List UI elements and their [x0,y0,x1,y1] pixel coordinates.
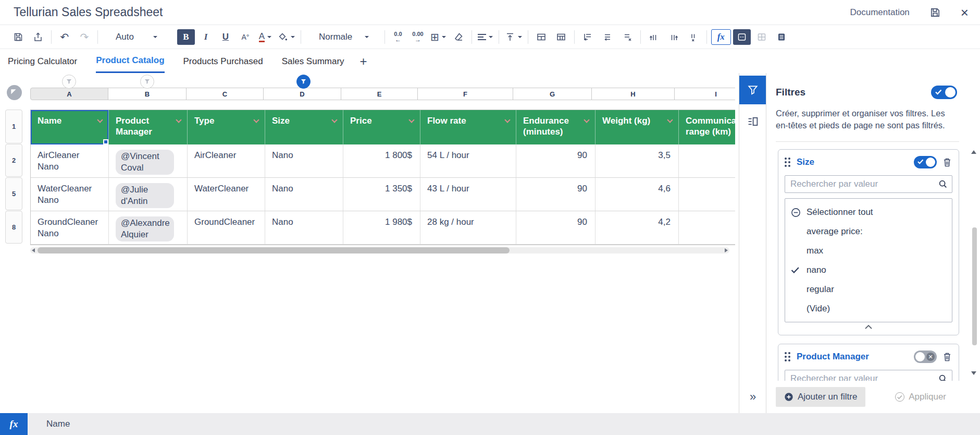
cell-b8[interactable]: @Alexandre Alquier [109,211,188,245]
header-cell-product-manager[interactable]: Product Manager [109,110,188,144]
column-letter-i[interactable]: I [674,88,735,100]
header-cell-endurance-minutes[interactable]: Endurance (minutes) [516,110,596,144]
filter-option-vide[interactable]: (Vide) [785,299,952,319]
cell-f2[interactable]: 54 L / hour [420,144,516,178]
scroll-left-arrow[interactable] [32,248,35,252]
column-letter-f[interactable]: F [417,88,513,100]
undo-button[interactable]: ↶ [56,29,73,45]
delete-filter-icon[interactable] [942,352,952,362]
insert-row-below-button[interactable] [599,29,616,45]
vertical-align-button[interactable] [503,29,524,45]
document-title[interactable]: Tellurian Sales Spreadsheet [14,5,163,19]
format-panel-button[interactable] [739,111,766,132]
tab-sales-summary[interactable]: Sales Summary [282,50,344,73]
bold-button[interactable]: B [177,29,195,45]
filters-master-toggle[interactable] [931,86,957,99]
row-number-2[interactable]: 2 [5,144,22,177]
drag-handle-icon[interactable] [785,352,790,361]
borders-button[interactable]: ⊞ [429,29,448,45]
cell-b2[interactable]: @Vincent Coval [109,144,188,178]
header-cell-weight-kg[interactable]: Weight (kg) [596,110,679,144]
cell-a2[interactable]: AirCleaner Nano [31,144,109,178]
cell-g2[interactable]: 90 [516,144,596,178]
scroll-right-arrow[interactable] [725,248,728,252]
column-filter-icon-b[interactable] [140,75,154,89]
cell-e5[interactable]: 1 350$ [343,178,420,211]
cell-d2[interactable]: Nano [265,144,343,178]
column-letter-d[interactable]: D [263,88,341,100]
table-template-button[interactable] [552,29,570,45]
header-cell-size[interactable]: Size [265,110,343,144]
save-button[interactable] [9,29,27,45]
panel-scroll-down-arrow[interactable] [971,371,976,375]
cell-a8[interactable]: GroundCleaner Nano [31,211,109,245]
filter-option-nano[interactable]: nano [785,261,952,280]
insert-function-button[interactable]: fx [711,29,731,45]
cell-a5[interactable]: WaterCleaner Nano [31,178,109,211]
number-format-dropdown[interactable]: Normale [314,29,372,45]
header-cell-communication-range-km[interactable]: Communication range (km) [679,110,735,144]
insert-row-above-button[interactable] [579,29,597,45]
cell-e2[interactable]: 1 800$ [343,144,420,178]
cell-c5[interactable]: WaterCleaner [188,178,265,211]
cell-f5[interactable]: 43 L / hour [420,178,516,211]
cell-h8[interactable]: 4,2 [596,211,679,245]
filter-search-input[interactable] [785,175,952,193]
list-view-button[interactable] [773,29,790,45]
add-filter-button[interactable]: Ajouter un filtre [776,387,865,407]
cell-h2[interactable]: 3,5 [596,144,679,178]
cell-i2[interactable] [679,144,735,178]
column-letter-e[interactable]: E [341,88,418,100]
tab-pricing-calculator[interactable]: Pricing Calculator [8,50,77,73]
save-icon[interactable] [929,7,941,18]
merge-cells-button[interactable] [532,29,550,45]
cell-c8[interactable]: GroundCleaner [188,211,265,245]
cell-f8[interactable]: 28 kg / hour [420,211,516,245]
cell-d5[interactable]: Nano [265,178,343,211]
fill-color-button[interactable] [276,29,296,45]
row-number-5[interactable]: 5 [5,177,22,210]
cell-g5[interactable]: 90 [516,178,596,211]
header-cell-flow-rate[interactable]: Flow rate [420,110,516,144]
header-cell-price[interactable]: Price [343,110,420,144]
select-all-button[interactable] [6,84,22,103]
cell-b5[interactable]: @Julie d'Antin [109,178,188,211]
documentation-link[interactable]: Documentation [850,7,909,18]
font-size-dropdown[interactable]: Auto [110,29,160,45]
decrease-decimal-button[interactable]: 0.0← [389,29,407,45]
add-sheet-button[interactable]: + [360,54,367,69]
header-cell-name[interactable]: Name [31,110,109,144]
horizontal-align-button[interactable] [476,29,494,45]
apply-button-disabled[interactable]: Appliquer [895,392,946,402]
header-cell-type[interactable]: Type [188,110,265,144]
column-letter-h[interactable]: H [591,88,675,100]
cell-e8[interactable]: 1 980$ [343,211,420,245]
tab-product-catalog[interactable]: Product Catalog [96,50,164,73]
close-icon[interactable]: × [961,6,969,19]
horizontal-scrollbar-thumb[interactable] [38,247,510,253]
font-color-button[interactable]: A [256,29,274,45]
superscript-button[interactable]: A° [237,29,254,45]
filter-option-regular[interactable]: regular [785,280,952,299]
column-letter-a[interactable]: A [30,88,108,100]
column-letter-b[interactable]: B [108,88,187,100]
size-filter-toggle[interactable] [914,156,937,168]
increase-decimal-button[interactable]: 0.00→ [409,29,427,45]
filter-option-max[interactable]: max [785,241,952,261]
cell-i5[interactable] [679,178,735,211]
column-filter-icon-d-active[interactable] [296,75,311,89]
panel-scroll-up-arrow[interactable] [971,150,976,154]
filter-option-average-price[interactable]: average price: [785,222,952,241]
mention-pill[interactable]: @Alexandre Alquier [116,216,174,241]
clear-formatting-button[interactable] [450,29,467,45]
collapse-panel-button[interactable]: » [739,390,766,404]
cell-c2[interactable]: AirCleaner [188,144,265,178]
underline-button[interactable]: U [217,29,234,45]
column-letter-g[interactable]: G [513,88,592,100]
fill-handle[interactable] [103,139,108,144]
collapse-card-button[interactable] [785,322,952,332]
redo-button[interactable]: ↷ [76,29,93,45]
row-number-1[interactable]: 1 [5,110,22,143]
print-button[interactable] [29,29,47,45]
cell-d8[interactable]: Nano [265,211,343,245]
